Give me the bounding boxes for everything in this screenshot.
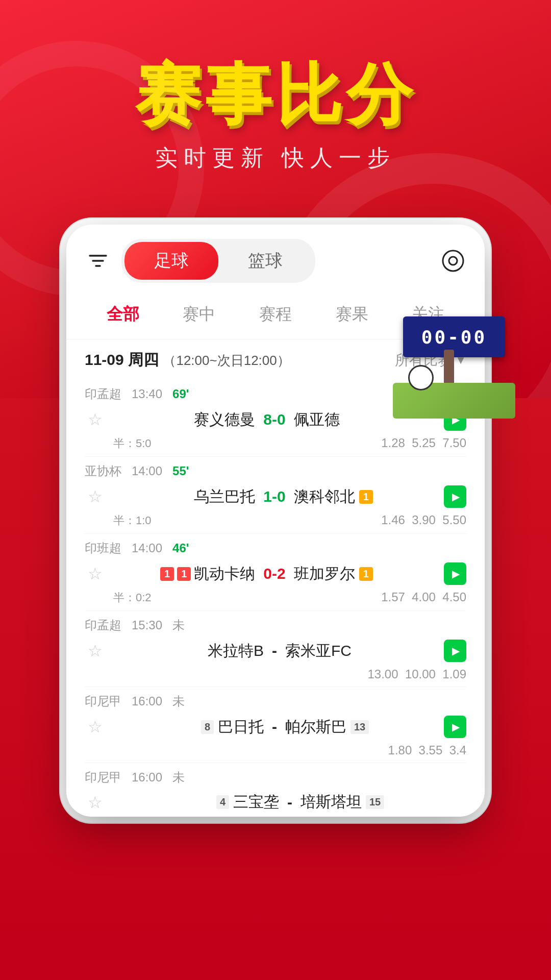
- odds: 1.80 3.55 3.4: [388, 743, 466, 757]
- not-started-label: 未: [172, 769, 185, 786]
- stream-button[interactable]: [444, 562, 466, 585]
- sport-tabs: 足球 篮球: [121, 239, 315, 283]
- team-away: 培斯塔坦 15: [300, 792, 466, 813]
- rank-badge: 4: [216, 795, 229, 809]
- favorite-icon[interactable]: ☆: [85, 486, 105, 507]
- subtab-schedule[interactable]: 赛程: [237, 298, 314, 331]
- team-away: 帕尔斯巴 13: [285, 717, 436, 738]
- tab-basketball[interactable]: 篮球: [218, 242, 312, 280]
- settings-icon[interactable]: [440, 248, 466, 274]
- odds: 1.57 4.00 4.50: [381, 590, 466, 605]
- stream-button[interactable]: [444, 716, 466, 738]
- score: 8-0: [263, 411, 285, 428]
- league-name: 印孟超: [85, 617, 121, 633]
- subtab-results[interactable]: 赛果: [314, 298, 390, 331]
- half-score: 半：5:0: [85, 436, 381, 451]
- match-item: 印班超 14:00 46' ☆ 1 1 凯动卡纳 0-2 班加罗尔 1: [66, 535, 485, 611]
- league-name: 亚协杯: [85, 463, 121, 479]
- tab-football[interactable]: 足球: [124, 242, 218, 280]
- team-home: 赛义德曼: [113, 409, 255, 430]
- favorite-icon[interactable]: ☆: [85, 409, 105, 430]
- team-away: 索米亚FC: [285, 641, 436, 662]
- filter-icon[interactable]: [85, 248, 111, 274]
- match-item: 印尼甲 16:00 未 ☆ 8 巴日托 - 帕尔斯巴 13: [66, 688, 485, 763]
- league-name: 印班超: [85, 540, 121, 556]
- svg-point-3: [443, 251, 463, 271]
- half-score: [85, 667, 368, 681]
- stream-button[interactable]: [444, 485, 466, 508]
- sub-title: 实时更新 快人一步: [155, 143, 396, 173]
- rank-badge: 8: [201, 720, 214, 734]
- live-time: 46': [172, 541, 189, 555]
- live-time: 69': [172, 387, 189, 401]
- match-time: 15:30: [132, 618, 162, 632]
- not-started-label: 未: [172, 693, 185, 709]
- league-name: 印孟超: [85, 386, 121, 402]
- match-item: 亚协杯 14:00 55' ☆ 乌兰巴托 1-0 澳科邻北 1 半：1:0 1.…: [66, 458, 485, 534]
- team-home: 乌兰巴托: [113, 486, 255, 507]
- team-home: 1 1 凯动卡纳: [113, 564, 255, 584]
- red-card-badge: 1: [160, 567, 174, 581]
- league-name: 印尼甲: [85, 693, 121, 709]
- favorite-icon[interactable]: ☆: [85, 564, 105, 584]
- score: -: [272, 718, 277, 736]
- match-time: 14:00: [132, 464, 162, 478]
- half-score: 半：0:2: [85, 590, 381, 605]
- yellow-card-badge: 1: [359, 567, 373, 581]
- match-item: 印孟超 15:30 未 ☆ 米拉特B - 索米亚FC 13.00 10.00 1…: [66, 612, 485, 687]
- league-name: 印尼甲: [85, 769, 121, 786]
- rank-badge: 15: [366, 795, 384, 809]
- team-away: 班加罗尔 1: [294, 564, 436, 584]
- favorite-icon[interactable]: ☆: [85, 792, 105, 813]
- subtab-live[interactable]: 赛中: [161, 298, 238, 331]
- main-title: 赛事比分: [135, 61, 416, 128]
- stream-button[interactable]: [444, 640, 466, 662]
- score: 0-2: [263, 565, 285, 582]
- match-time: 16:00: [132, 694, 162, 708]
- team-home: 米拉特B: [113, 641, 264, 662]
- hero-section: 赛事比分 实时更新 快人一步 足球 篮球: [0, 0, 551, 398]
- team-home: 8 巴日托: [113, 717, 264, 738]
- tab-bar: 足球 篮球: [66, 225, 485, 293]
- phone-mockup: 足球 篮球 全部 赛中 赛程 赛果 关注: [66, 225, 485, 817]
- date-text: 11-09 周四 （12:00~次日12:00）: [85, 350, 290, 371]
- scoreboard-decoration: 00-00: [383, 316, 536, 429]
- odds: 1.46 3.90 5.50: [381, 513, 466, 528]
- match-time: 13:40: [132, 387, 162, 401]
- favorite-icon[interactable]: ☆: [85, 717, 105, 737]
- not-started-label: 未: [172, 617, 185, 633]
- team-away: 澳科邻北 1: [294, 486, 436, 507]
- odds: 13.00 10.00 1.09: [368, 667, 467, 681]
- score: -: [287, 794, 292, 811]
- match-time: 14:00: [132, 541, 162, 555]
- half-score: 半：1:0: [85, 513, 381, 528]
- match-item: 印尼甲 16:00 未 ☆ 4 三宝垄 - 培斯塔坦 15: [66, 764, 485, 816]
- live-time: 55': [172, 464, 189, 478]
- match-time: 16:00: [132, 770, 162, 785]
- red-card-badge: 1: [177, 567, 191, 581]
- score: -: [272, 642, 277, 659]
- favorite-icon[interactable]: ☆: [85, 641, 105, 661]
- odds: 1.28 5.25 7.50: [381, 436, 466, 451]
- yellow-card-badge: 1: [359, 490, 373, 504]
- subtab-all[interactable]: 全部: [85, 298, 161, 331]
- scoreboard-display: 00-00: [403, 316, 505, 357]
- svg-point-4: [449, 257, 457, 265]
- rank-badge: 13: [350, 720, 369, 734]
- score: 1-0: [263, 488, 285, 505]
- team-home: 4 三宝垄: [113, 792, 279, 813]
- half-score: [85, 743, 388, 757]
